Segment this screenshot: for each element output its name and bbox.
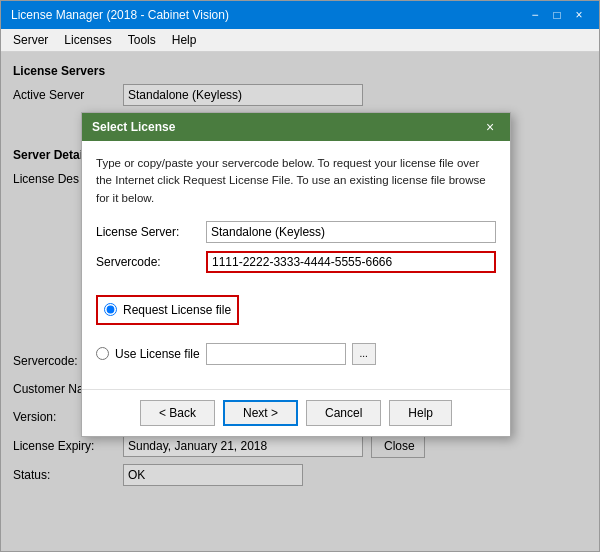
menu-server[interactable]: Server (7, 31, 54, 49)
dialog-servercode-label: Servercode: (96, 255, 206, 269)
help-button[interactable]: Help (389, 400, 452, 426)
dialog-license-server-input[interactable] (206, 221, 496, 243)
dialog-close-button[interactable]: × (480, 117, 500, 137)
window-title: License Manager (2018 - Cabinet Vision) (11, 8, 229, 22)
request-license-radio[interactable] (104, 303, 117, 316)
minimize-button[interactable]: − (525, 5, 545, 25)
title-bar: License Manager (2018 - Cabinet Vision) … (1, 1, 599, 29)
radio-section: Request License file Use License file ..… (96, 283, 496, 365)
dialog-servercode-row: Servercode: (96, 251, 496, 273)
menu-help[interactable]: Help (166, 31, 203, 49)
back-button[interactable]: < Back (140, 400, 215, 426)
menu-licenses[interactable]: Licenses (58, 31, 117, 49)
dialog-license-server-row: License Server: (96, 221, 496, 243)
dialog-title: Select License (92, 120, 175, 134)
use-license-radio[interactable] (96, 347, 109, 360)
main-window: License Manager (2018 - Cabinet Vision) … (0, 0, 600, 552)
window-close-button[interactable]: × (569, 5, 589, 25)
dialog-description: Type or copy/paste your servercode below… (96, 155, 496, 207)
browse-button[interactable]: ... (352, 343, 376, 365)
request-license-label[interactable]: Request License file (123, 303, 231, 317)
request-radio-row: Request License file (104, 303, 231, 317)
cancel-button[interactable]: Cancel (306, 400, 381, 426)
dialog-footer: < Back Next > Cancel Help (82, 389, 510, 436)
title-bar-controls: − □ × (525, 5, 589, 25)
use-license-label[interactable]: Use License file (115, 347, 200, 361)
dialog-body: Type or copy/paste your servercode below… (82, 141, 510, 389)
dialog-license-server-label: License Server: (96, 225, 206, 239)
dialog-title-bar: Select License × (82, 113, 510, 141)
dialog-servercode-input[interactable] (206, 251, 496, 273)
menu-bar: Server Licenses Tools Help (1, 29, 599, 52)
menu-tools[interactable]: Tools (122, 31, 162, 49)
main-content: License Servers Active Server Cha... Con… (1, 52, 599, 551)
license-file-input[interactable] (206, 343, 346, 365)
request-radio-section: Request License file (96, 295, 239, 325)
maximize-button[interactable]: □ (547, 5, 567, 25)
use-radio-row: Use License file ... (96, 343, 496, 365)
select-license-dialog: Select License × Type or copy/paste your… (81, 112, 511, 437)
next-button[interactable]: Next > (223, 400, 298, 426)
